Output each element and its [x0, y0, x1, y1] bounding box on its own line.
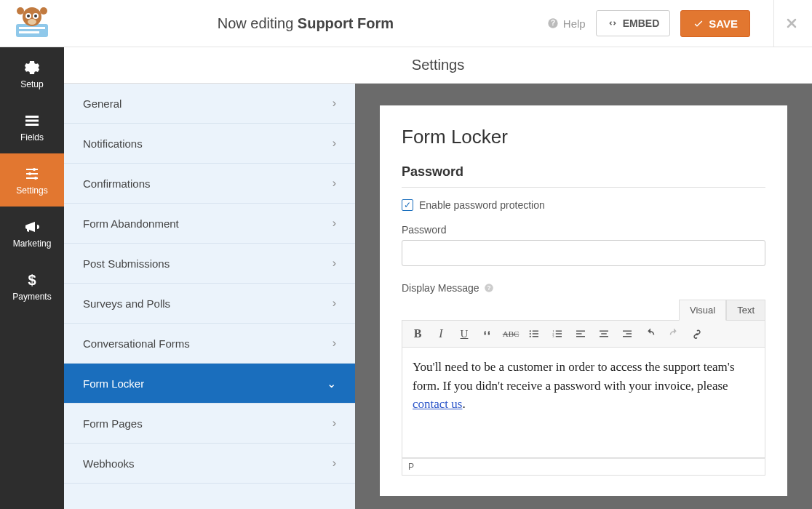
svg-rect-27 [533, 336, 538, 337]
settings-item-webhooks[interactable]: Webhooks› [64, 444, 355, 484]
ol-button[interactable]: 123 [546, 324, 568, 344]
svg-rect-14 [25, 119, 39, 121]
settings-item-notifications[interactable]: Notifications› [64, 124, 355, 164]
gear-icon [23, 59, 41, 76]
svg-rect-15 [25, 124, 39, 126]
ul-icon [528, 327, 541, 340]
panel-header: Settings [64, 47, 812, 84]
redo-icon [667, 327, 680, 340]
svg-point-18 [34, 177, 37, 180]
chevron-right-icon: › [333, 217, 336, 230]
display-message-label: Display Message ? [402, 282, 765, 294]
svg-rect-34 [576, 331, 585, 332]
nav-settings[interactable]: Settings [0, 153, 64, 207]
settings-item-form-pages[interactable]: Form Pages› [64, 404, 355, 444]
svg-rect-13 [25, 116, 39, 118]
link-button[interactable] [686, 324, 708, 344]
editor-status-bar: P [402, 458, 765, 476]
settings-item-surveys-and-polls[interactable]: Surveys and Polls› [64, 284, 355, 324]
sliders-icon [23, 165, 41, 183]
svg-rect-31 [556, 333, 562, 334]
svg-text:?: ? [551, 19, 555, 27]
svg-point-26 [530, 336, 531, 337]
undo-button[interactable] [640, 324, 661, 344]
bold-button[interactable]: B [407, 324, 429, 344]
chevron-right-icon: › [333, 97, 336, 110]
chevron-right-icon: › [333, 457, 336, 470]
settings-item-form-abandonment[interactable]: Form Abandonment› [64, 204, 355, 244]
password-label: Password [402, 224, 765, 236]
chevron-right-icon: › [333, 177, 336, 190]
ol-icon: 123 [551, 327, 564, 340]
ul-button[interactable] [523, 324, 545, 344]
svg-text:?: ? [487, 285, 490, 292]
svg-point-10 [28, 19, 36, 25]
nav-fields[interactable]: Fields [0, 100, 64, 153]
svg-point-17 [28, 172, 31, 175]
code-icon [607, 17, 618, 29]
link-icon [690, 327, 704, 340]
password-input[interactable] [402, 240, 765, 266]
help-icon: ? [547, 17, 559, 29]
svg-point-9 [34, 15, 37, 17]
enable-password-checkbox[interactable]: ✓ [402, 199, 413, 211]
svg-rect-37 [600, 331, 608, 332]
settings-item-post-submissions[interactable]: Post Submissions› [64, 244, 355, 284]
dollar-icon: $ [23, 271, 41, 289]
settings-item-general[interactable]: General› [64, 84, 355, 124]
editor-tab-visual[interactable]: Visual [679, 300, 726, 321]
svg-rect-25 [533, 333, 538, 334]
svg-rect-35 [576, 333, 582, 334]
svg-rect-41 [626, 333, 632, 334]
align-left-icon [574, 327, 587, 340]
svg-rect-39 [600, 336, 608, 337]
quote-button[interactable] [477, 324, 498, 344]
svg-point-8 [27, 15, 30, 17]
settings-item-conversational-forms[interactable]: Conversational Forms› [64, 324, 355, 364]
nav-setup[interactable]: Setup [0, 47, 64, 100]
settings-item-confirmations[interactable]: Confirmations› [64, 164, 355, 204]
align-right-button[interactable] [616, 324, 638, 344]
redo-button[interactable] [663, 324, 685, 344]
close-icon [784, 16, 799, 31]
chevron-right-icon: › [333, 297, 336, 310]
list-icon [23, 112, 41, 129]
panel-title: Form Locker [402, 126, 765, 148]
embed-button[interactable]: EMBED [596, 10, 671, 36]
svg-text:3: 3 [552, 334, 554, 338]
section-title: Password [402, 164, 765, 188]
help-icon: ? [484, 283, 494, 293]
svg-rect-1 [19, 27, 45, 29]
settings-item-form-locker[interactable]: Form Locker⌄ [64, 364, 355, 404]
svg-rect-38 [601, 333, 607, 334]
save-button[interactable]: SAVE [680, 10, 750, 37]
help-link[interactable]: ? Help [547, 17, 586, 30]
nav-payments[interactable]: $Payments [0, 260, 64, 313]
editor-content[interactable]: You'll need to be a customer in order to… [402, 348, 765, 458]
contact-link[interactable]: contact us [413, 397, 462, 411]
close-button[interactable] [773, 0, 799, 47]
svg-point-5 [40, 7, 47, 15]
align-left-button[interactable] [570, 324, 592, 344]
chevron-right-icon: › [333, 417, 336, 430]
svg-point-4 [17, 7, 24, 15]
svg-rect-29 [556, 331, 562, 332]
strikethrough-button[interactable]: ABC [500, 324, 522, 344]
svg-point-24 [530, 333, 531, 334]
italic-button[interactable]: I [430, 324, 452, 344]
svg-rect-23 [533, 331, 538, 332]
align-center-button[interactable] [593, 324, 615, 344]
undo-icon [644, 327, 657, 340]
chevron-right-icon: › [333, 137, 336, 150]
editor-toolbar: B I U ABC 123 [402, 320, 765, 348]
svg-point-22 [530, 330, 531, 332]
align-center-icon [597, 327, 610, 340]
chevron-right-icon: › [333, 257, 336, 270]
editor-tab-text[interactable]: Text [726, 300, 765, 321]
svg-text:$: $ [28, 272, 36, 288]
nav-marketing[interactable]: Marketing [0, 207, 64, 260]
svg-rect-33 [556, 336, 562, 337]
align-right-icon [621, 327, 634, 340]
svg-rect-36 [576, 336, 585, 337]
underline-button[interactable]: U [453, 324, 475, 344]
